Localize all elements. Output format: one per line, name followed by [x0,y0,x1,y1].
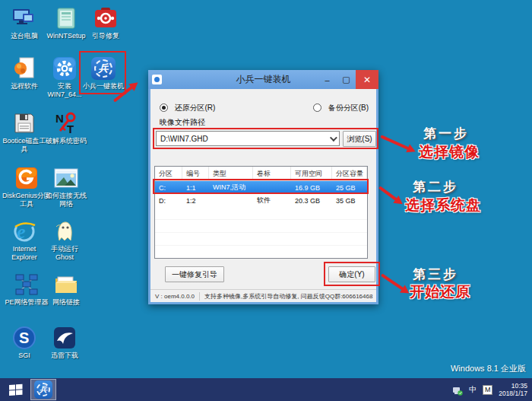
dialog-statusbar: V : oem4.0.0.0 支持多种镜像,多系统引导自动修复, 问题反馈QQ群… [150,289,376,302]
desktop-icon-sgi[interactable]: S SGI [2,326,46,360]
desktop-icon-net-link[interactable]: 网络链接 [44,272,88,307]
table-empty-row [155,220,367,233]
clock-date: 2018/1/17 [499,390,527,397]
desktop-icon-nt-password[interactable]: NT 破解系统密码 [43,111,90,145]
table-header-row: 分区 编号 类型 卷标 可用空间 分区容量 [155,167,367,181]
radio-selected-icon [160,103,168,112]
fix-boot-button[interactable]: 一键修复引导 [165,266,224,282]
ime-language-indicator[interactable]: 中 [469,384,477,395]
desktop-icon-boot-repair[interactable]: 引导修复 [84,6,128,40]
radio-unselected-icon [313,103,321,112]
annotation-arrow-step3 [381,273,404,290]
radio-backup-partition[interactable]: 备份分区(B) [313,100,369,113]
svg-text:S: S [19,329,29,346]
table-row-c-selected[interactable]: C: 1:1 WIN7,活动 16.9 GB 25 GB [155,181,367,194]
browse-button[interactable]: 浏览(S) [343,131,376,147]
status-text: 支持多种镜像,多系统引导自动修复, 问题反馈QQ群:606616468 [204,292,372,301]
svg-text:T: T [67,123,74,135]
computer-icon [11,6,37,30]
svg-text:N: N [55,112,64,125]
desktop-icon-xiaobing[interactable]: 兵 小兵一键装机 [81,56,126,91]
radio-restore-partition[interactable]: 还原分区(R) [160,100,215,113]
network-nodes-icon [14,272,40,297]
xiaobing-dialog: 小兵一键装机 – ▢ ✕ 还原分区(R) 备份分区(B) 映像文件路径 D:\W… [148,70,378,304]
icon-label: SGI [18,352,30,360]
start-button[interactable] [5,378,27,401]
icon-label: 网络链接 [52,298,80,307]
photo-icon [53,166,79,190]
system-tray: 中 M 10:35 2018/1/17 [452,378,527,401]
step2-title: 第二步 [413,178,458,196]
step2-action: 选择系统盘 [405,196,481,215]
icon-label: 小兵一键装机 [83,82,124,91]
taskbar-app-xiaobing[interactable]: 兵 [30,379,56,400]
xiaobing-logo-icon: 兵 [90,56,116,81]
taskbar: 兵 中 M 10:35 2018/1/17 [0,378,532,401]
floppy-disk-icon [11,111,37,135]
document-flame-icon [11,56,37,81]
desktop-icon-ie[interactable]: e Internet Explorer [2,219,46,262]
chevron-down-icon [330,134,337,142]
partition-table: 分区 编号 类型 卷标 可用空间 分区容量 C: 1:1 WIN7,活动 16.… [154,166,368,259]
desktop-icon-bootice[interactable]: Bootice磁盘工具 [2,111,46,154]
image-path-value: D:\WIN7.GHD [160,135,208,143]
sgi-s-icon: S [11,326,37,350]
icon-label: WinNTSetup [46,32,85,40]
windows-logo-icon [9,383,23,396]
version-text: V : oem4.0.0.0 [150,293,199,300]
step1-title: 第一步 [423,125,469,142]
table-row-d[interactable]: D: 1:2 软件 20.3 GB 35 GB [155,194,367,207]
maximize-button[interactable]: ▢ [337,70,356,89]
icon-label: 破解系统密码 [46,137,87,145]
icon-label: 如何连接无线网络 [44,192,88,208]
nt-key-icon: NT [53,111,79,135]
ie-e-icon: e [11,219,37,243]
desktop-icon-this-pc[interactable]: 这台电脑 [2,6,46,40]
windows-watermark: Windows 8.1 企业版 [451,363,526,374]
dialog-app-icon [152,75,162,84]
minimize-button[interactable]: – [318,70,337,89]
ok-button[interactable]: 确定(Y) [328,266,375,282]
dialog-titlebar[interactable]: 小兵一键装机 – ▢ ✕ [148,70,378,89]
clock-time: 10:35 [499,382,527,390]
image-path-label: 映像文件路径 [160,117,205,128]
annotation-arrow-step2 [378,186,397,201]
desktop-icon-wifi-help[interactable]: 如何连接无线网络 [44,166,88,208]
icon-label: 这台电脑 [11,32,38,40]
bird-icon [52,326,78,350]
desktop-icon-remote[interactable]: 远程软件 [2,56,46,91]
icon-label: 引导修复 [92,32,119,40]
table-empty-row [155,207,367,220]
annotation-arrow-step1 [380,135,409,150]
icon-label: 远程软件 [11,82,38,91]
ghost-icon [52,219,78,243]
taskbar-clock[interactable]: 10:35 2018/1/17 [499,382,527,397]
icon-label: Internet Explorer [2,245,46,262]
installer-box-icon [53,6,79,30]
desktop-icon-ghost[interactable]: 手动运行 Ghost [43,219,87,262]
desktop-icon-winntsetup[interactable]: WinNTSetup [43,6,90,40]
gear-icon [52,56,78,81]
folder-icon [53,272,79,297]
icon-label: 手动运行 Ghost [43,245,87,262]
icon-label: 迅雷下载 [51,352,78,360]
image-path-combobox[interactable]: D:\WIN7.GHD [156,131,340,146]
xiaobing-logo-icon: 兵 [34,380,52,399]
close-button[interactable]: ✕ [356,70,378,89]
red-toolbox-icon [93,6,119,30]
step1-action: 选择镜像 [419,142,480,162]
desktop-icon-xunlei[interactable]: 迅雷下载 [43,326,87,360]
diskgenius-g-icon [14,166,40,190]
icon-label: Bootice磁盘工具 [2,137,46,154]
step3-title: 第三步 [413,266,458,283]
statusbar-divider [199,292,200,301]
icon-label: PE网络管理器 [5,298,48,307]
network-status-icon[interactable] [452,385,463,394]
step3-action: 开始还原 [410,282,470,302]
table-empty-row [155,233,367,246]
ime-mode-icon[interactable]: M [483,385,492,395]
